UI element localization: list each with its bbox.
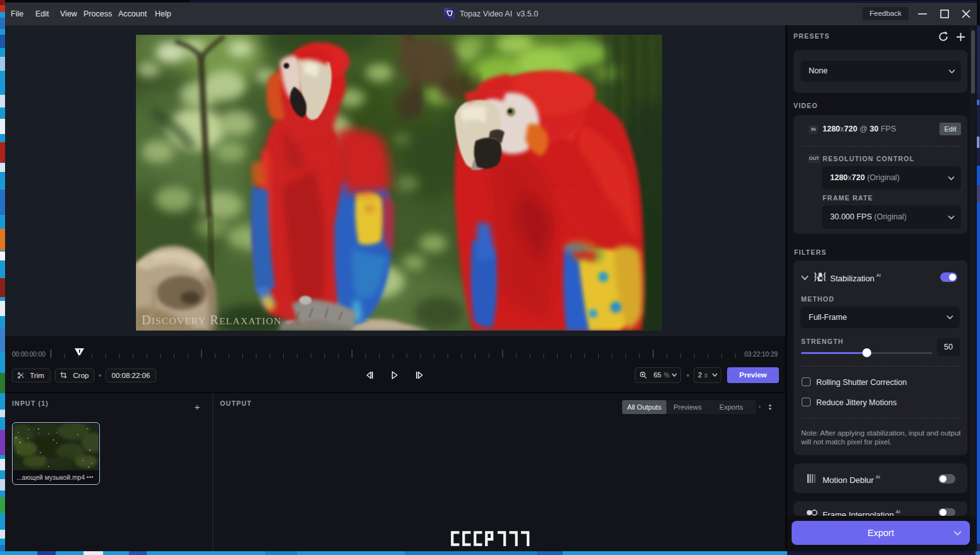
svg-text:DISCOVERY RELAXATION: DISCOVERY RELAXATION	[142, 313, 281, 327]
